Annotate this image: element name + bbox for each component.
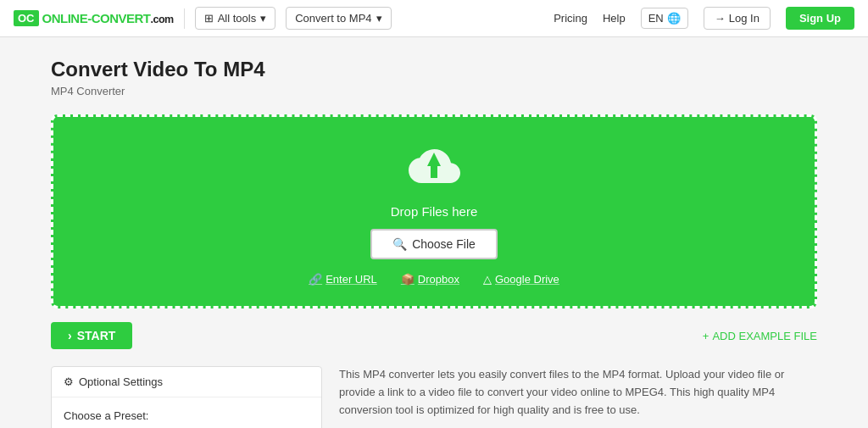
- settings-header: ⚙ Optional Settings: [52, 367, 321, 397]
- info-paragraph-1: This MP4 converter lets you easily conve…: [339, 366, 817, 419]
- signup-button[interactable]: Sign Up: [786, 7, 854, 30]
- logo-icon: OC: [14, 10, 39, 26]
- login-label: Log In: [729, 12, 760, 25]
- google-drive-label: Google Drive: [495, 273, 559, 286]
- page-subtitle: MP4 Converter: [51, 85, 817, 97]
- convert-to-button[interactable]: Convert to MP4 ▾: [286, 7, 391, 30]
- main-content: Convert Video To MP4 MP4 Converter Drop …: [0, 37, 868, 428]
- enter-url-label: Enter URL: [326, 273, 377, 286]
- drop-zone[interactable]: Drop Files here 🔍 Choose File 🔗 Enter UR…: [51, 114, 817, 308]
- start-label: START: [77, 329, 116, 342]
- link-icon: 🔗: [309, 273, 322, 286]
- header: OC ONLINE-CONVERT.com ⊞ All tools ▾ Conv…: [0, 0, 868, 37]
- chevron-down-icon: ▾: [376, 12, 382, 25]
- page-title: Convert Video To MP4: [51, 58, 817, 81]
- upload-cloud-icon: [407, 144, 461, 197]
- grid-icon: ⊞: [204, 12, 214, 25]
- choose-file-button[interactable]: 🔍 Choose File: [370, 229, 498, 259]
- info-panel: This MP4 converter lets you easily conve…: [339, 366, 817, 428]
- header-divider: [184, 8, 185, 29]
- google-drive-link[interactable]: △ Google Drive: [483, 273, 559, 286]
- drop-links: 🔗 Enter URL 📦 Dropbox △ Google Drive: [309, 273, 559, 286]
- globe-icon: 🌐: [667, 12, 681, 25]
- help-link[interactable]: Help: [603, 12, 626, 25]
- language-button[interactable]: EN 🌐: [641, 8, 688, 29]
- add-example-button[interactable]: + ADD EXAMPLE FILE: [703, 330, 817, 342]
- login-button[interactable]: → Log In: [704, 7, 771, 30]
- pricing-link[interactable]: Pricing: [554, 12, 587, 25]
- settings-header-label: Optional Settings: [79, 375, 163, 388]
- action-bar: › START + ADD EXAMPLE FILE: [51, 322, 817, 349]
- dropbox-link[interactable]: 📦 Dropbox: [401, 273, 459, 286]
- plus-icon: +: [703, 330, 709, 342]
- gear-icon: ⚙: [64, 375, 74, 388]
- lang-label: EN: [648, 12, 664, 25]
- logo[interactable]: OC ONLINE-CONVERT.com: [14, 10, 174, 26]
- dropbox-icon: 📦: [401, 273, 415, 286]
- preset-label: Choose a Preset:: [64, 409, 309, 422]
- all-tools-label: All tools: [218, 12, 257, 25]
- search-icon: 🔍: [392, 237, 407, 251]
- chevron-right-icon: ›: [68, 329, 72, 342]
- drop-files-text: Drop Files here: [391, 204, 478, 219]
- logo-text: ONLINE-CONVERT.com: [42, 11, 174, 25]
- all-tools-button[interactable]: ⊞ All tools ▾: [195, 7, 276, 30]
- chevron-down-icon: ▾: [260, 12, 266, 25]
- convert-to-label: Convert to MP4: [295, 12, 371, 25]
- header-nav-links: Pricing Help EN 🌐 → Log In Sign Up: [554, 7, 854, 30]
- add-example-label: ADD EXAMPLE FILE: [712, 330, 817, 342]
- dropbox-label: Dropbox: [418, 273, 459, 286]
- enter-url-link[interactable]: 🔗 Enter URL: [309, 273, 377, 286]
- settings-panel: ⚙ Optional Settings Choose a Preset: no …: [51, 366, 322, 428]
- start-button[interactable]: › START: [51, 322, 132, 349]
- choose-file-label: Choose File: [412, 237, 476, 251]
- drive-icon: △: [483, 273, 492, 286]
- settings-body: Choose a Preset: no preset: [52, 397, 321, 428]
- bottom-section: ⚙ Optional Settings Choose a Preset: no …: [51, 366, 817, 428]
- login-icon: →: [715, 12, 726, 25]
